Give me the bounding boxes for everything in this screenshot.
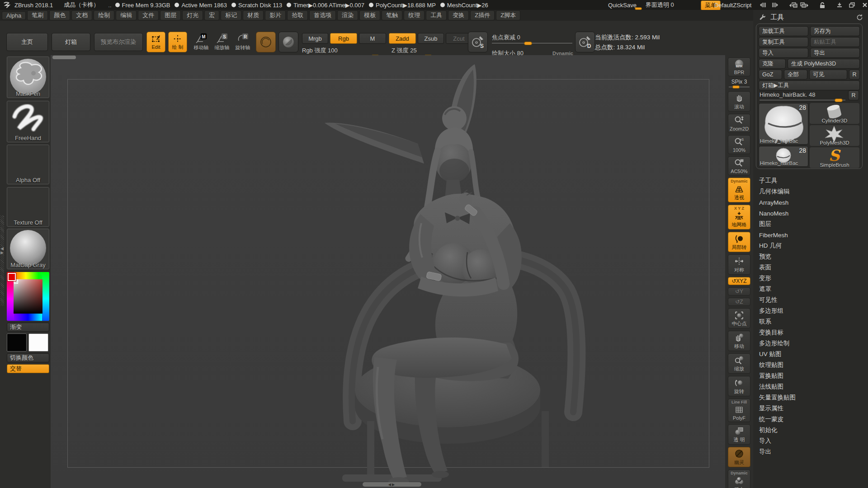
menu-Z插件[interactable]: Z插件 (470, 10, 495, 20)
menu-影片[interactable]: 影片 (265, 10, 286, 20)
section-变形[interactable]: 变形 (756, 273, 865, 284)
stroke-thumbnail[interactable]: FreeHand (7, 101, 49, 142)
zscript-label[interactable]: DefaultZScript (714, 2, 751, 9)
shelf-缩放[interactable]: 缩放 (728, 353, 750, 374)
menu-笔刷[interactable]: 笔刷 (27, 10, 48, 20)
shelf-中心点[interactable]: 中心点 (728, 308, 750, 328)
menu-标记[interactable]: 标记 (221, 10, 241, 20)
brush-thumbnail[interactable]: MaskPen (7, 56, 49, 98)
texture-thumbnail[interactable]: Texture Off (7, 187, 49, 227)
tool-btn-可见[interactable]: 可见 (809, 70, 847, 80)
tool-btn-生成 PolyMesh3D[interactable]: 生成 PolyMesh3D (788, 59, 860, 69)
shelf-↺XYZ[interactable]: ↺XYZ (728, 277, 750, 285)
section-NanoMesh[interactable]: NanoMesh (756, 208, 865, 219)
menu-变换[interactable]: 变换 (448, 10, 469, 20)
menu-首选项[interactable]: 首选项 (309, 10, 336, 20)
shelf-100%[interactable]: x1100% (728, 135, 750, 154)
spix-handle[interactable] (732, 85, 740, 89)
shelf-旋转[interactable]: 旋转 (728, 376, 750, 396)
current-color-swatch[interactable] (8, 273, 16, 281)
reload-icon[interactable] (854, 13, 864, 21)
switch-color-button[interactable]: 切换颜色 (7, 353, 49, 362)
tool-btn-全部[interactable]: 全部 (784, 70, 807, 80)
material-thumbnail[interactable]: MatCap Gray (7, 229, 49, 269)
shelf-PolyF[interactable]: Line FillPolyF (728, 399, 750, 422)
lightbox-button[interactable]: 灯箱 (52, 33, 90, 51)
shelf-BPR[interactable]: BPRBPR (728, 57, 750, 76)
section-多边形绘制[interactable]: 多边形绘制 (756, 338, 865, 349)
tool-btn-导出[interactable]: 导出 (810, 48, 860, 58)
restore-icon[interactable] (847, 1, 857, 9)
zadd-button[interactable]: Zadd (389, 33, 416, 44)
section-法线贴图[interactable]: 法线贴图 (756, 381, 865, 392)
m-button[interactable]: M (359, 33, 386, 44)
canvas-hscroll-thumb[interactable] (52, 56, 76, 59)
preview-boolean-button[interactable]: 预览布尔渲染 (94, 33, 143, 51)
shelf-AC50%[interactable]: AC50% (728, 156, 750, 175)
section-表面[interactable]: 表面 (756, 262, 865, 273)
minimize-icon[interactable] (835, 1, 844, 9)
shelf-局部转[interactable]: 局部转 (728, 232, 750, 252)
rgb-button[interactable]: Rgb (330, 33, 357, 44)
color-picker[interactable] (7, 272, 49, 321)
menu-笔触[interactable]: 笔触 (382, 10, 402, 20)
menu-灯光[interactable]: 灯光 (182, 10, 203, 20)
menu-模板[interactable]: 模板 (359, 10, 380, 20)
menu-编辑[interactable]: 编辑 (116, 10, 137, 20)
rotate-axis-button[interactable]: R 旋转轴 (233, 33, 252, 53)
section-ArrayMesh[interactable]: ArrayMesh (756, 197, 865, 208)
menu-宏[interactable]: 宏 (204, 10, 219, 20)
quicksave-button[interactable]: QuickSave (608, 2, 637, 9)
simplebrush-thumbnail[interactable]: S SimpleBrush (810, 147, 859, 168)
section-矢量置换贴图[interactable]: 矢量置换贴图 (756, 392, 865, 403)
edit-button[interactable]: Edit (146, 32, 165, 52)
menu-绘制[interactable]: 绘制 (94, 10, 114, 20)
tool-btn-GoZ[interactable]: GoZ (759, 70, 782, 80)
current-material-button[interactable] (256, 32, 276, 52)
section-导出[interactable]: 导出 (756, 446, 865, 457)
section-可见性[interactable]: 可见性 (756, 295, 865, 305)
menu-颜色[interactable]: 颜色 (49, 10, 70, 20)
menu-Z脚本[interactable]: Z脚本 (496, 10, 520, 20)
window-prev-icon[interactable] (788, 1, 797, 9)
menu-纹理[interactable]: 纹理 (404, 10, 425, 20)
section-导入[interactable]: 导入 (756, 436, 865, 446)
section-联系[interactable]: 联系 (756, 316, 865, 327)
material-sphere-button[interactable] (278, 32, 298, 52)
active-tool-thumbnail[interactable]: 28 Himeko_hairBac (759, 103, 808, 145)
shelf-↺Y[interactable]: ↺Y (728, 287, 750, 296)
shelf-幽灵[interactable]: 幽灵 (728, 447, 750, 467)
lightbox-tool-button[interactable]: 灯箱▶工具 (759, 80, 860, 90)
close-icon[interactable] (860, 1, 868, 9)
zsub-button[interactable]: Zsub (418, 33, 444, 44)
secondary-color-swatch[interactable] (28, 333, 48, 352)
section-纹理贴图[interactable]: 纹理贴图 (756, 360, 865, 371)
shelf-孤立[interactable]: Dynamic孤立 (728, 469, 750, 488)
scroll-right-icon[interactable] (770, 1, 780, 9)
dynamic-size-button[interactable]: D (575, 32, 595, 52)
ui-opacity-slider[interactable]: 界面透明 0 (646, 1, 674, 9)
shelf-移动[interactable]: 移动 (728, 331, 750, 351)
tool-r-button[interactable]: R (848, 90, 859, 100)
section-多边形组[interactable]: 多边形组 (756, 305, 865, 316)
menu-工具[interactable]: 工具 (426, 10, 447, 20)
section-子工具[interactable]: 子工具 (756, 175, 865, 186)
section-FiberMesh[interactable]: FiberMesh (756, 230, 865, 240)
scroll-left-icon[interactable] (758, 1, 768, 9)
spix-slider[interactable]: SPix 3 (728, 79, 750, 89)
focal-shift-slider[interactable]: 焦点衰减 0 (492, 33, 572, 45)
section-置换贴图[interactable]: 置换贴图 (756, 371, 865, 381)
gradient-button[interactable]: 渐变 (7, 323, 49, 332)
section-遮罩[interactable]: 遮罩 (756, 284, 865, 295)
polymesh3d-thumbnail[interactable]: PolyMesh3D (810, 125, 859, 146)
window-next-icon[interactable] (800, 1, 810, 9)
section-预览[interactable]: 预览 (756, 251, 865, 262)
shelf-对称[interactable]: 对称 (728, 254, 750, 275)
sculpt-canvas[interactable]: ◀▶ (51, 55, 725, 488)
menu-渲染[interactable]: 渲染 (337, 10, 358, 20)
tool-btn-粘贴工具[interactable]: 粘贴工具 (810, 37, 860, 47)
section-初始化[interactable]: 初始化 (756, 425, 865, 436)
section-HD 几何[interactable]: HD 几何 (756, 240, 865, 251)
shelf-地网格[interactable]: X Y Z地网格 (728, 205, 750, 230)
shelf-滚动[interactable]: 滚动 (728, 91, 750, 112)
